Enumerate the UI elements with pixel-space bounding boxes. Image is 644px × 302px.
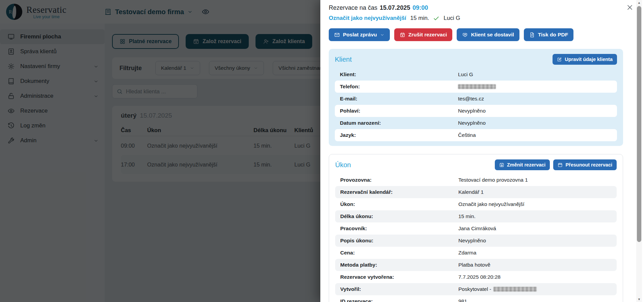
print-pdf-button[interactable]: Tisk do PDF (524, 28, 573, 41)
calendar-icon (558, 162, 563, 168)
info-value: Jana Cimráková (458, 225, 612, 232)
scrollbar-thumb[interactable] (637, 6, 641, 242)
client-section-title: Klient (335, 56, 352, 63)
info-label: Pohlaví: (340, 108, 458, 114)
scroll-up-arrow-icon[interactable]: ▲ (636, 0, 642, 5)
info-label: Úkon: (340, 201, 458, 207)
info-row: ID rezervace: 981 (335, 295, 617, 302)
info-value: Označit jako nejvyužívanější (458, 201, 612, 207)
info-row: Délka úkonu: 15 min. (335, 210, 617, 222)
pencil-square-icon (557, 57, 562, 62)
info-label: Telefon: (340, 84, 458, 90)
info-value: Luci G (458, 71, 612, 78)
send-message-button[interactable]: Poslat zprávu (329, 28, 390, 41)
info-label: Vytvořil: (340, 286, 458, 292)
info-value: Kalendář 1 (458, 189, 612, 195)
change-reservation-button[interactable]: Změnit rezervaci (495, 159, 550, 170)
info-value: tes@tes.cz (458, 96, 612, 102)
info-row: Cena: Zdarma (335, 247, 617, 259)
info-row: Jazyk: Čeština (335, 129, 617, 141)
edit-client-button[interactable]: Upravit údaje klienta (553, 54, 617, 65)
task-duration: 15 min. (410, 15, 429, 22)
task-section-title: Úkon (335, 161, 351, 169)
info-value: Čeština (458, 132, 612, 138)
reservation-detail-panel: Rezervace na čas 15.07.2025 09:00 Označi… (320, 0, 644, 302)
redacted-value (493, 287, 537, 292)
info-row: Úkon: Označit jako nejvyužívanější (335, 198, 617, 210)
move-reservation-button[interactable]: Přesunout rezervaci (553, 159, 617, 170)
info-row: Vytvořil: Poskytovatel - (335, 283, 617, 295)
info-row: E-mail: tes@tes.cz (335, 93, 617, 105)
info-label: Pracovník: (340, 225, 458, 232)
handshake-icon (462, 32, 468, 38)
info-value: 7.7.2025 08:20:28 (458, 274, 612, 280)
file-icon (529, 32, 535, 38)
check-icon (433, 15, 439, 22)
panel-title: Rezervace na čas 15.07.2025 09:00 (329, 4, 623, 11)
info-value: Nevyplněno (458, 120, 612, 126)
info-label: E-mail: (340, 96, 458, 102)
panel-scrollbar[interactable]: ▲ ▼ (636, 0, 642, 302)
task-name: Označit jako nejvyužívanější (329, 15, 406, 22)
info-row: Metoda platby: Platba hotově (335, 259, 617, 271)
info-value: Zdarma (458, 250, 612, 256)
info-value: 15 min. (458, 213, 612, 219)
info-label: Jazyk: (340, 132, 458, 138)
panel-actions: Poslat zprávu Zrušit rezervaci Klient se… (329, 28, 623, 41)
info-label: Provozovna: (340, 177, 458, 183)
info-label: Datum narození: (340, 120, 458, 126)
info-label: Metoda platby: (340, 262, 458, 268)
info-value: 981 (458, 298, 612, 302)
client-arrived-button[interactable]: Klient se dostavil (457, 28, 519, 41)
calendar-x-icon (400, 32, 405, 38)
info-label: Rezervace vytvořena: (340, 274, 458, 280)
info-value (458, 84, 612, 89)
info-label: Rezervační kalendář: (340, 189, 458, 195)
info-label: ID rezervace: (340, 298, 458, 302)
client-section: Klient Upravit údaje klienta Klient: Luc… (329, 49, 623, 146)
reservation-date: 15.07.2025 (380, 4, 410, 11)
info-value: Poskytovatel - (458, 286, 612, 292)
cancel-reservation-button[interactable]: Zrušit rezervaci (394, 28, 453, 41)
info-label: Délka úkonu: (340, 213, 458, 219)
info-row: Datum narození: Nevyplněno (335, 117, 617, 129)
envelope-icon (334, 32, 340, 38)
reservation-time: 09:00 (412, 4, 428, 11)
info-row: Pohlaví: Nevyplněno (335, 105, 617, 117)
info-row: Provozovna: Testovací demo provozovna 1 (335, 174, 617, 186)
info-label: Popis úkonu: (340, 238, 458, 244)
info-row: Rezervace vytvořena: 7.7.2025 08:20:28 (335, 271, 617, 283)
task-section: Úkon Změnit rezervaci Přesunout rezervac… (329, 154, 623, 302)
calendar-clock-icon (499, 162, 504, 168)
close-icon[interactable] (626, 3, 634, 12)
info-row: Pracovník: Jana Cimráková (335, 222, 617, 235)
info-row: Klient: Luci G (335, 68, 617, 81)
info-value: Platba hotově (458, 262, 612, 268)
info-label: Cena: (340, 250, 458, 256)
info-value: Testovací demo provozovna 1 (458, 177, 612, 183)
info-row: Telefon: (335, 81, 617, 93)
redacted-value (458, 84, 496, 89)
client-name: Luci G (444, 15, 460, 22)
info-value: Nevyplněno (458, 238, 612, 244)
chevron-down-icon (380, 33, 384, 37)
info-row: Rezervační kalendář: Kalendář 1 (335, 186, 617, 198)
info-label: Klient: (340, 71, 458, 78)
scroll-down-arrow-icon[interactable]: ▼ (636, 297, 642, 302)
info-value: Nevyplněno (458, 108, 612, 114)
info-row: Popis úkonu: Nevyplněno (335, 235, 617, 247)
